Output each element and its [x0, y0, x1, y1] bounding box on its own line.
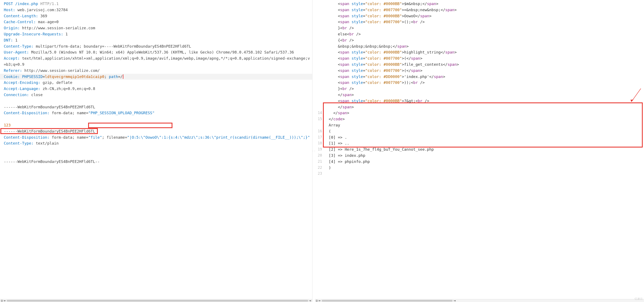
request-line[interactable]: POST /index.php HTTP/1.1 [0, 1, 312, 7]
response-line[interactable]: 14 </span> [315, 110, 644, 116]
text-cursor [123, 74, 123, 79]
line-number: 21 [315, 159, 322, 164]
request-line[interactable] [0, 116, 312, 122]
line-number: 19 [315, 146, 322, 152]
request-line[interactable]: ------WebKitFormBoundaryES4BnPEE2HFld6TL [0, 104, 312, 110]
response-line[interactable]: 23 [315, 171, 644, 177]
request-line[interactable]: Accept: text/html,application/xhtml+xml,… [0, 56, 312, 68]
watermark: 亿速云 [634, 297, 643, 301]
request-line[interactable]: Cache-Control: max-age=0 [0, 19, 312, 25]
line-number: 15 [315, 116, 322, 122]
request-line[interactable]: Cookie: PHPSESSID=ldtqvecgrmmqip1e0tda1c… [0, 74, 312, 80]
request-line[interactable]: Content-Type: text/plain [0, 140, 312, 146]
response-line[interactable]: 19 [2] => Here_1s_7he_fl4g_buT_You_Canno… [315, 146, 644, 152]
gear-icon[interactable]: ⚙ [316, 298, 318, 302]
line-number: 14 [315, 110, 322, 116]
line-number: 16 [315, 128, 322, 134]
response-line[interactable]: <span style="color: #007700">));<br /> [315, 80, 644, 86]
request-line[interactable]: Content-Disposition: form-data; name="PH… [0, 110, 312, 116]
request-line[interactable]: Origin: http://www.session-serialize.com [0, 25, 312, 31]
response-line[interactable]: </span> [315, 92, 644, 98]
response-line[interactable]: 21 [4] => phpinfo.php [315, 159, 644, 165]
response-line[interactable]: <span style="color: #0000BB">?&gt;<br /> [315, 98, 644, 104]
response-line[interactable]: &nbsp;&nbsp;&nbsp;&nbsp;</span> [315, 44, 644, 50]
request-line[interactable]: Content-Disposition: form-data; name="fi… [0, 134, 312, 140]
response-line[interactable]: <span style="color: #DD0000">'index.php'… [315, 74, 644, 80]
response-line[interactable]: <span style="color: #0000BB">file_get_co… [315, 62, 644, 68]
response-line[interactable]: <span style="color: #007700">=&nbsp;new&… [315, 7, 644, 13]
request-line[interactable]: Content-Type: multipart/form-data; bound… [0, 44, 312, 50]
response-line[interactable]: 18 [1] => .. [315, 140, 644, 146]
line-number: 23 [315, 171, 322, 176]
request-line[interactable]: Accept-Language: zh-CN,zh;q=0.9,en;q=0.8 [0, 86, 312, 92]
line-number: 20 [315, 152, 322, 158]
left-scrollbar[interactable]: ⚙ ← → [0, 299, 312, 302]
response-editor[interactable]: <span style="color: #0000BB">$m&nbsp;</s… [315, 0, 644, 302]
request-line[interactable]: 123 [0, 122, 312, 128]
response-line[interactable]: Array [315, 122, 644, 128]
response-line[interactable]: <span style="color: #0000BB">$m&nbsp;</s… [315, 1, 644, 7]
request-line[interactable]: Upgrade-Insecure-Requests: 1 [0, 31, 312, 37]
line-number: 22 [315, 165, 322, 170]
request-line[interactable]: ------WebKitFormBoundaryES4BnPEE2HFld6TL… [0, 159, 312, 165]
response-line[interactable]: 16 ( [315, 128, 644, 134]
request-line[interactable]: ------WebKitFormBoundaryES4BnPEE2HFld6TL [0, 128, 312, 134]
request-line[interactable]: Referer: http://www.session-serialize.co… [0, 68, 312, 74]
response-line[interactable]: <span style="color: #0000BB">OowoO</span… [315, 13, 644, 19]
response-line[interactable]: <span style="color: #007700">();<br /> [315, 19, 644, 25]
line-number: 18 [315, 140, 322, 146]
response-line[interactable]: else<br /> [315, 31, 644, 37]
response-line[interactable]: <span style="color: #007700">(</span> [315, 68, 644, 74]
response-line[interactable]: 22 ) [315, 165, 644, 171]
request-line[interactable]: Accept-Encoding: gzip, deflate [0, 80, 312, 86]
response-line[interactable]: <span style="color: #0000BB">highlight_s… [315, 49, 644, 56]
request-line[interactable]: User-Agent: Mozilla/5.0 (Windows NT 10.0… [0, 49, 312, 56]
request-line[interactable] [0, 98, 312, 104]
request-editor[interactable]: POST /index.php HTTP/1.1Host: web.jarvis… [0, 0, 312, 302]
response-line[interactable]: }<br /> [315, 25, 644, 31]
response-line[interactable]: </span> [315, 104, 644, 110]
request-line[interactable]: Host: web.jarvisoj.com:32784 [0, 7, 312, 13]
response-line[interactable]: {<br /> [315, 37, 644, 44]
right-scrollbar[interactable]: ⚙ ← → [315, 299, 644, 302]
gear-icon[interactable]: ⚙ [1, 298, 3, 302]
line-number: 17 [315, 134, 322, 140]
pane-splitter[interactable] [312, 0, 315, 302]
request-line[interactable]: Content-Length: 369 [0, 13, 312, 19]
request-line[interactable]: Connection: close [0, 92, 312, 98]
response-line[interactable]: <span style="color: #007700">(</span> [315, 56, 644, 62]
request-line[interactable]: DNT: 1 [0, 37, 312, 44]
response-line[interactable]: }<br /> [315, 86, 644, 92]
response-line[interactable]: 15 </code> [315, 116, 644, 122]
response-line[interactable]: 17 [0] => . [315, 134, 644, 140]
response-line[interactable]: 20 [3] => index.php [315, 152, 644, 159]
request-line[interactable] [0, 152, 312, 159]
request-line[interactable] [0, 146, 312, 152]
